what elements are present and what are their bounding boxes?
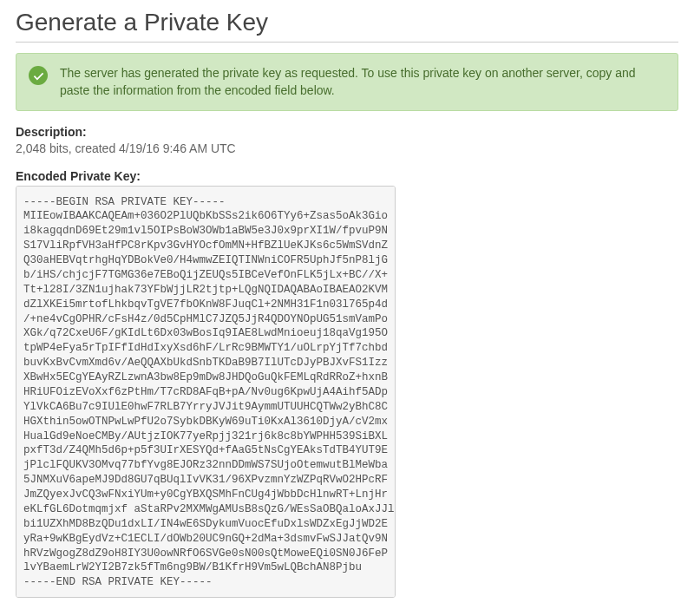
- encoded-key-textarea[interactable]: [16, 186, 396, 598]
- page-title: Generate a Private Key: [16, 9, 678, 43]
- description-value: 2,048 bits, created 4/19/16 9:46 AM UTC: [16, 141, 678, 155]
- checkmark-icon: [29, 66, 48, 85]
- description-label: Description:: [16, 125, 678, 139]
- encoded-key-label: Encoded Private Key:: [16, 169, 678, 183]
- alert-message: The server has generated the private key…: [60, 64, 665, 100]
- success-alert: The server has generated the private key…: [16, 53, 678, 111]
